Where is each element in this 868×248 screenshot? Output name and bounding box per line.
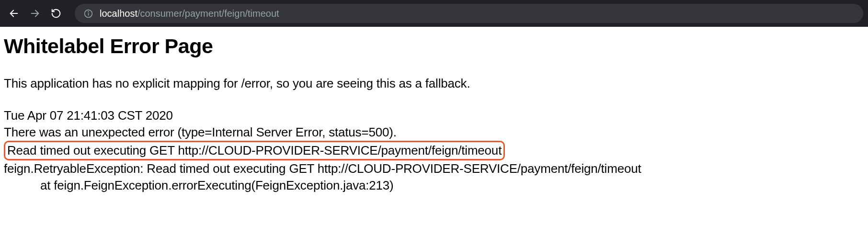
error-timestamp: Tue Apr 07 21:41:03 CST 2020 <box>4 107 864 124</box>
url-host: localhost <box>100 8 137 19</box>
address-bar[interactable]: localhost/consumer/payment/feign/timeout <box>75 4 863 23</box>
url-text: localhost/consumer/payment/feign/timeout <box>100 8 279 19</box>
error-message-highlight: Read timed out executing GET http://CLOU… <box>4 141 864 160</box>
forward-button[interactable] <box>26 4 44 23</box>
arrow-left-icon <box>9 8 19 19</box>
url-path: /consumer/payment/feign/timeout <box>137 8 279 19</box>
arrow-right-icon <box>30 8 40 19</box>
highlight-box: Read timed out executing GET http://CLOU… <box>4 141 505 160</box>
browser-toolbar: localhost/consumer/payment/feign/timeout <box>0 0 868 27</box>
page-content: Whitelabel Error Page This application h… <box>0 27 868 198</box>
error-summary: There was an unexpected error (type=Inte… <box>4 124 864 141</box>
reload-button[interactable] <box>47 4 65 23</box>
exception-line: feign.RetryableException: Read timed out… <box>4 160 864 177</box>
stack-trace-line: at feign.FeignException.errorExecuting(F… <box>4 177 864 194</box>
page-description: This application has no explicit mapping… <box>4 76 864 91</box>
page-title: Whitelabel Error Page <box>4 34 864 58</box>
info-icon <box>83 9 93 18</box>
back-button[interactable] <box>5 4 23 23</box>
svg-point-4 <box>88 11 89 12</box>
reload-icon <box>51 8 61 19</box>
